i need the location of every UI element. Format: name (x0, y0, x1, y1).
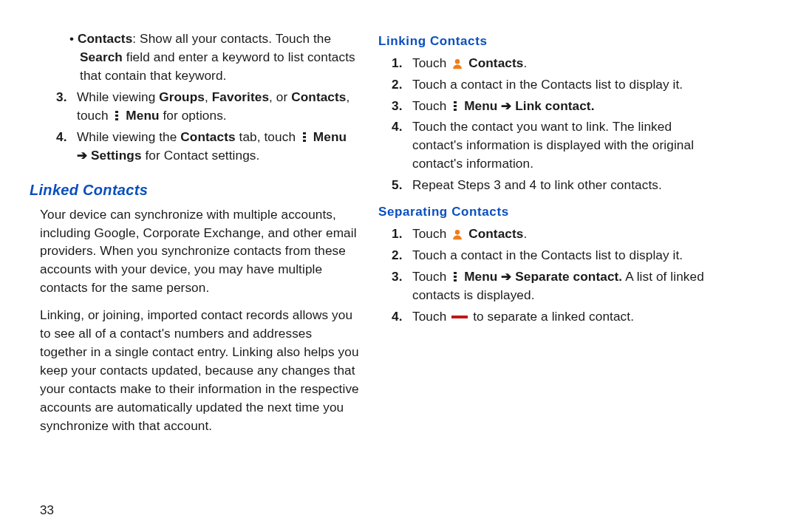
item-text: Touch Menu ➔ Link contact. (412, 97, 709, 115)
paragraph-2: Linking, or joining, imported contact re… (30, 306, 361, 435)
item-number: 3. (56, 88, 77, 125)
linking-contacts-heading: Linking Contacts (378, 33, 709, 51)
item-number: 5. (392, 176, 412, 194)
svg-rect-3 (303, 132, 306, 134)
page-number: 33 (30, 502, 361, 520)
list-item-4: 4. While viewing the Contacts tab, touch… (30, 128, 361, 165)
item-number: 4. (392, 307, 412, 326)
item-text: Touch Menu ➔ Separate contact. A list of… (412, 267, 709, 304)
item-number: 1. (392, 54, 412, 72)
svg-rect-11 (454, 272, 457, 274)
list-item: 3. Touch Menu ➔ Separate contact. A list… (378, 267, 709, 304)
list-item: 3. Touch Menu ➔ Link contact. (378, 97, 709, 115)
minus-icon (451, 313, 468, 321)
list-item: 4. Touch to separate a linked contact. (378, 307, 709, 326)
item-text: Touch the contact you want to link. The … (412, 117, 709, 173)
right-column: Linking Contacts 1. Touch Contacts. 2. T… (378, 30, 709, 519)
menu-icon (301, 132, 308, 143)
list-item: 1. Touch Contacts. (378, 54, 709, 72)
item-text: Touch a contact in the Contacts list to … (412, 75, 709, 94)
item-number: 1. (392, 225, 412, 243)
menu-icon (113, 110, 120, 122)
item-number: 2. (392, 246, 412, 265)
separating-contacts-heading: Separating Contacts (378, 203, 709, 222)
left-column: • Contacts: Show all your contacts. Touc… (30, 30, 361, 519)
item-number: 4. (392, 117, 412, 173)
bullet-contacts: • Contacts: Show all your contacts. Touc… (30, 30, 361, 85)
list-item-3: 3. While viewing Groups, Favorites, or C… (30, 88, 361, 125)
svg-rect-9 (454, 109, 457, 111)
item-text: While viewing Groups, Favorites, or Cont… (77, 88, 361, 125)
list-item: 4. Touch the contact you want to link. T… (378, 117, 709, 173)
svg-rect-2 (115, 118, 118, 120)
item-text: Repeat Steps 3 and 4 to link other conta… (412, 176, 709, 194)
item-number: 2. (392, 75, 412, 94)
svg-rect-12 (454, 276, 457, 278)
item-number: 3. (392, 267, 412, 304)
list-item: 2. Touch a contact in the Contacts list … (378, 246, 709, 265)
svg-rect-13 (454, 279, 457, 282)
item-text: Touch Contacts. (412, 225, 709, 243)
item-number: 3. (392, 97, 412, 115)
svg-point-10 (455, 230, 460, 234)
item-text: Touch a contact in the Contacts list to … (412, 246, 709, 265)
svg-rect-8 (454, 105, 457, 107)
svg-rect-7 (454, 101, 457, 103)
menu-icon (451, 100, 459, 112)
menu-icon (451, 271, 459, 283)
bullet-label: Contacts (78, 31, 132, 46)
bullet-text1: : Show all your contacts. Touch the (132, 31, 331, 46)
svg-point-6 (455, 59, 460, 64)
list-item: 1. Touch Contacts. (378, 225, 709, 243)
linked-contacts-heading: Linked Contacts (30, 180, 361, 201)
svg-rect-1 (115, 115, 118, 117)
item-text: While viewing the Contacts tab, touch Me… (77, 128, 361, 165)
svg-rect-5 (303, 140, 306, 142)
bullet-bold2: Search (80, 50, 123, 64)
list-item: 2. Touch a contact in the Contacts list … (378, 75, 709, 94)
contacts-icon (451, 58, 463, 69)
svg-rect-0 (115, 111, 118, 113)
contacts-icon (451, 228, 463, 240)
item-number: 4. (56, 128, 77, 165)
item-text: Touch to separate a linked contact. (412, 307, 709, 326)
svg-rect-4 (303, 136, 306, 138)
svg-rect-14 (451, 316, 468, 318)
list-item: 5. Repeat Steps 3 and 4 to link other co… (378, 176, 709, 194)
item-text: Touch Contacts. (412, 54, 709, 72)
paragraph-1: Your device can synchronize with multipl… (30, 205, 361, 298)
two-column-layout: • Contacts: Show all your contacts. Touc… (30, 30, 709, 519)
